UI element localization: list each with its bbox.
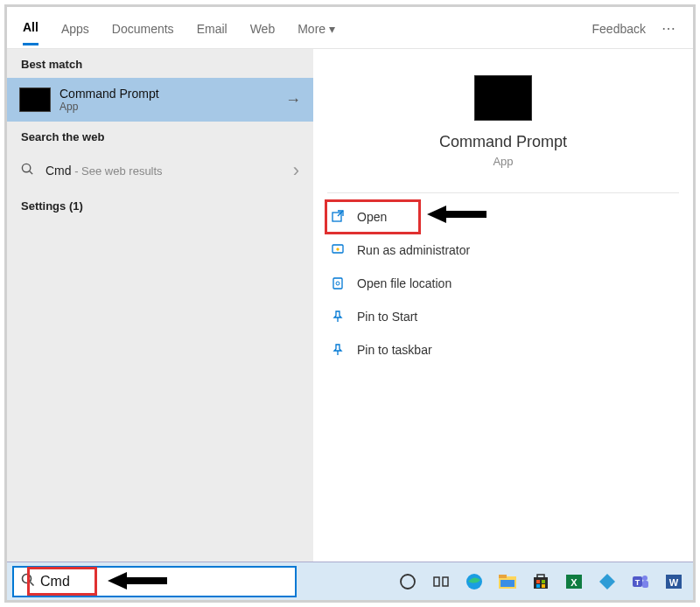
svg-text:X: X xyxy=(570,577,578,588)
svg-text:W: W xyxy=(669,577,679,588)
svg-rect-18 xyxy=(537,575,544,578)
arrow-right-icon[interactable]: → xyxy=(285,91,301,109)
search-web-label: Search the web xyxy=(7,122,313,150)
svg-line-1 xyxy=(30,171,32,173)
svg-rect-11 xyxy=(434,577,439,586)
svg-rect-20 xyxy=(542,580,545,583)
cortana-icon[interactable] xyxy=(394,568,422,596)
web-result-text: Cmd - See web results xyxy=(46,164,293,178)
open-label: Open xyxy=(357,210,387,224)
svg-rect-6 xyxy=(333,278,342,289)
kodi-icon[interactable] xyxy=(593,568,621,596)
tab-more[interactable]: More ▾ xyxy=(298,22,335,45)
pin-to-taskbar-action[interactable]: Pin to taskbar xyxy=(313,333,693,366)
pin-icon xyxy=(329,308,346,325)
svg-marker-25 xyxy=(599,574,615,590)
folder-icon xyxy=(329,275,346,292)
svg-line-3 xyxy=(338,211,343,216)
web-search-result[interactable]: Cmd - See web results › xyxy=(7,150,313,191)
annotation-arrow xyxy=(108,570,171,591)
command-prompt-icon xyxy=(474,75,532,121)
best-match-label: Best match xyxy=(7,49,313,78)
file-explorer-icon[interactable] xyxy=(494,568,522,596)
svg-text:T: T xyxy=(635,578,640,587)
pin-icon xyxy=(329,341,346,359)
tab-documents[interactable]: Documents xyxy=(112,22,174,45)
preview-panel: Command Prompt App Open xyxy=(313,49,693,562)
svg-rect-16 xyxy=(500,580,514,587)
preview-title: Command Prompt xyxy=(313,133,693,151)
microsoft-store-icon[interactable] xyxy=(527,568,555,596)
tab-more-label: More xyxy=(298,22,326,36)
open-icon xyxy=(329,208,346,226)
pin-to-taskbar-label: Pin to taskbar xyxy=(357,343,432,357)
edge-icon[interactable] xyxy=(460,568,488,596)
best-match-title: Command Prompt xyxy=(60,87,285,101)
preview-subtitle: App xyxy=(313,155,693,168)
word-icon[interactable]: W xyxy=(660,568,688,596)
tab-apps[interactable]: Apps xyxy=(61,22,89,45)
svg-rect-12 xyxy=(443,577,448,586)
tab-email[interactable]: Email xyxy=(197,22,228,45)
svg-rect-17 xyxy=(534,577,548,589)
command-prompt-icon xyxy=(19,87,51,112)
run-as-admin-label: Run as administrator xyxy=(357,243,470,257)
shield-icon xyxy=(329,241,346,259)
search-icon xyxy=(21,573,35,590)
svg-point-0 xyxy=(22,164,30,171)
svg-point-8 xyxy=(23,574,32,583)
tab-web[interactable]: Web xyxy=(250,22,276,45)
more-options-icon[interactable]: ⋯ xyxy=(662,20,677,45)
svg-rect-15 xyxy=(499,575,507,578)
divider xyxy=(327,192,679,193)
svg-rect-21 xyxy=(536,584,540,588)
svg-rect-22 xyxy=(542,584,545,588)
search-filter-tabs: All Apps Documents Email Web More ▾ Feed… xyxy=(7,7,693,49)
svg-point-27 xyxy=(642,576,648,581)
open-file-location-action[interactable]: Open file location xyxy=(313,267,693,300)
open-action[interactable]: Open xyxy=(326,200,420,234)
svg-marker-32 xyxy=(108,572,167,590)
svg-rect-19 xyxy=(536,580,540,583)
best-match-result[interactable]: Command Prompt App → xyxy=(7,78,313,122)
teams-icon[interactable]: T xyxy=(626,568,654,596)
svg-point-7 xyxy=(336,282,340,285)
svg-point-10 xyxy=(401,575,415,589)
results-panel: Best match Command Prompt App → Search t… xyxy=(7,49,313,562)
feedback-link[interactable]: Feedback xyxy=(592,22,646,45)
annotation-arrow xyxy=(427,204,490,225)
svg-line-9 xyxy=(31,582,34,585)
search-icon xyxy=(21,163,37,179)
task-view-icon[interactable] xyxy=(427,568,455,596)
excel-icon[interactable]: X xyxy=(560,568,588,596)
tab-all[interactable]: All xyxy=(23,20,38,45)
run-as-admin-action[interactable]: Run as administrator xyxy=(313,234,693,267)
pin-to-start-label: Pin to Start xyxy=(357,310,417,324)
open-file-location-label: Open file location xyxy=(357,276,452,290)
best-match-subtitle: App xyxy=(60,101,285,113)
chevron-down-icon: ▾ xyxy=(329,22,335,36)
chevron-right-icon[interactable]: › xyxy=(293,159,299,182)
svg-rect-28 xyxy=(642,581,648,588)
pin-to-start-action[interactable]: Pin to Start xyxy=(313,300,693,333)
svg-marker-4 xyxy=(427,206,486,223)
settings-label[interactable]: Settings (1) xyxy=(7,191,313,220)
